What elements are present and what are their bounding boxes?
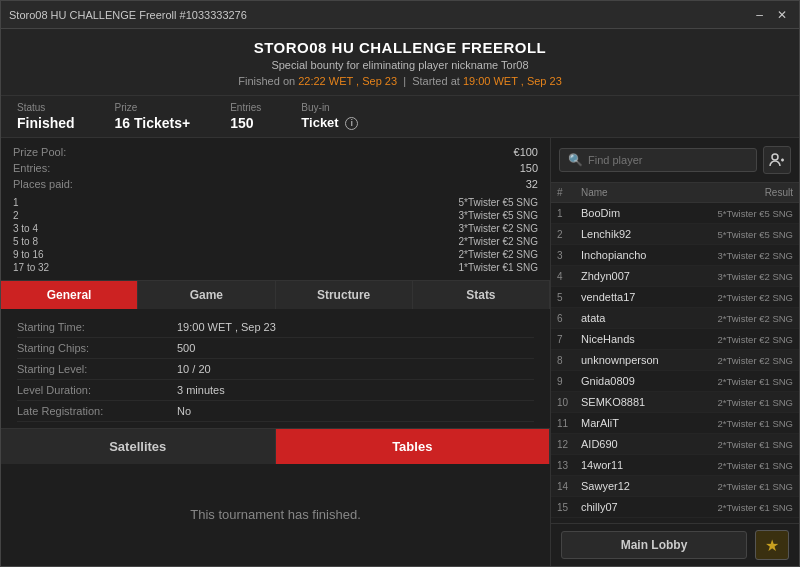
general-row: Level Duration:3 minutes: [17, 380, 534, 401]
tournament-subtitle: Special bounty for eliminating player ni…: [1, 59, 799, 71]
list-item[interactable]: 9Gnida08092*Twister €1 SNG: [551, 371, 799, 392]
place-row: 5 to 82*Twister €2 SNG: [13, 235, 538, 248]
player-name: Inchopiancho: [581, 249, 683, 261]
player-num: 4: [557, 271, 581, 282]
player-num: 10: [557, 397, 581, 408]
info-icon[interactable]: i: [345, 117, 358, 130]
list-item[interactable]: 6atata2*Twister €2 SNG: [551, 308, 799, 329]
add-player-button[interactable]: [763, 146, 791, 174]
search-input-wrap[interactable]: 🔍: [559, 148, 757, 172]
main-window: Storo08 HU CHALLENGE Freeroll #103333327…: [0, 0, 800, 567]
satellites-button[interactable]: Satellites: [1, 429, 276, 464]
status-value: Finished: [17, 115, 75, 131]
player-name: AID690: [581, 438, 683, 450]
entries-row: Entries: 150: [13, 160, 538, 176]
player-num: 12: [557, 439, 581, 450]
tab-game[interactable]: Game: [138, 281, 275, 309]
prize-info-panel: Prize Pool: €100 Entries: 150 Places pai…: [1, 138, 550, 281]
search-bar: 🔍: [551, 138, 799, 183]
col-name-header: Name: [581, 187, 683, 198]
status-info: Status Finished: [17, 102, 75, 131]
list-item[interactable]: 1BooDim5*Twister €5 SNG: [551, 203, 799, 224]
place-row: 9 to 162*Twister €2 SNG: [13, 248, 538, 261]
list-item[interactable]: 5vendetta172*Twister €2 SNG: [551, 287, 799, 308]
player-num: 11: [557, 418, 581, 429]
player-num: 3: [557, 250, 581, 261]
player-name: Gnida0809: [581, 375, 683, 387]
places-value: 32: [526, 178, 538, 190]
tab-structure[interactable]: Structure: [276, 281, 413, 309]
tournament-times: Finished on 22:22 WET , Sep 23 | Started…: [1, 75, 799, 87]
svg-point-0: [772, 154, 778, 160]
list-item[interactable]: 8unknownperson2*Twister €2 SNG: [551, 350, 799, 371]
tab-stats[interactable]: Stats: [413, 281, 550, 309]
prize-pool-label: Prize Pool:: [13, 146, 66, 158]
entries-pl-value: 150: [520, 162, 538, 174]
favorite-button[interactable]: ★: [755, 530, 789, 560]
player-name: vendetta17: [581, 291, 683, 303]
list-item[interactable]: 7NiceHands2*Twister €2 SNG: [551, 329, 799, 350]
minimize-button[interactable]: –: [752, 8, 767, 22]
player-result: 5*Twister €5 SNG: [683, 208, 793, 219]
player-num: 7: [557, 334, 581, 345]
list-item[interactable]: 2Lenchik925*Twister €5 SNG: [551, 224, 799, 245]
col-num-header: #: [557, 187, 581, 198]
list-item[interactable]: 10SEMKO88812*Twister €1 SNG: [551, 392, 799, 413]
star-icon: ★: [765, 536, 779, 555]
list-item[interactable]: 14Sawyer122*Twister €1 SNG: [551, 476, 799, 497]
place-prize: 3*Twister €5 SNG: [459, 210, 538, 221]
general-row-label: Starting Time:: [17, 321, 177, 333]
player-num: 6: [557, 313, 581, 324]
place-range: 9 to 16: [13, 249, 44, 260]
place-row: 23*Twister €5 SNG: [13, 209, 538, 222]
window-controls: – ✕: [752, 8, 791, 22]
buyin-value: Ticket i: [301, 115, 358, 130]
close-button[interactable]: ✕: [773, 8, 791, 22]
title-bar: Storo08 HU CHALLENGE Freeroll #103333327…: [1, 1, 799, 29]
started-time: 19:00 WET , Sep 23: [463, 75, 562, 87]
general-row-value: 10 / 20: [177, 363, 211, 375]
list-item[interactable]: 11MarAliT2*Twister €1 SNG: [551, 413, 799, 434]
tab-general[interactable]: General: [1, 281, 138, 309]
player-result: 2*Twister €2 SNG: [683, 355, 793, 366]
main-content: Prize Pool: €100 Entries: 150 Places pai…: [1, 138, 799, 566]
player-result: 2*Twister €2 SNG: [683, 292, 793, 303]
finished-time: 22:22 WET , Sep 23: [298, 75, 397, 87]
place-range: 5 to 8: [13, 236, 38, 247]
place-prize: 3*Twister €2 SNG: [459, 223, 538, 234]
player-result: 3*Twister €2 SNG: [683, 271, 793, 282]
list-item[interactable]: 3Inchopiancho3*Twister €2 SNG: [551, 245, 799, 266]
player-name: 14wor11: [581, 459, 683, 471]
general-row-label: Starting Level:: [17, 363, 177, 375]
list-item[interactable]: 1314wor112*Twister €1 SNG: [551, 455, 799, 476]
places-label: Places paid:: [13, 178, 73, 190]
bottom-buttons: Satellites Tables: [1, 428, 550, 464]
search-input[interactable]: [588, 154, 748, 166]
player-result: 3*Twister €2 SNG: [683, 250, 793, 261]
general-row-label: Starting Chips:: [17, 342, 177, 354]
player-num: 14: [557, 481, 581, 492]
list-item[interactable]: 4Zhdyn0073*Twister €2 SNG: [551, 266, 799, 287]
place-prize: 2*Twister €2 SNG: [459, 249, 538, 260]
player-name: NiceHands: [581, 333, 683, 345]
player-name: atata: [581, 312, 683, 324]
search-icon: 🔍: [568, 153, 583, 167]
list-item[interactable]: 15chilly072*Twister €1 SNG: [551, 497, 799, 518]
finished-message: This tournament has finished.: [1, 464, 550, 567]
entries-label: Entries: [230, 102, 261, 113]
general-row-value: No: [177, 405, 191, 417]
prize-pool-value: €100: [514, 146, 538, 158]
tournament-title: STORO08 HU CHALLENGE FREEROLL: [1, 39, 799, 56]
tables-button[interactable]: Tables: [276, 429, 551, 464]
general-content: Starting Time:19:00 WET , Sep 23Starting…: [1, 309, 550, 428]
list-item[interactable]: 12AID6902*Twister €1 SNG: [551, 434, 799, 455]
prize-places-list: 15*Twister €5 SNG23*Twister €5 SNG3 to 4…: [13, 196, 538, 274]
place-row: 15*Twister €5 SNG: [13, 196, 538, 209]
entries-info: Entries 150: [230, 102, 261, 131]
player-name: Lenchik92: [581, 228, 683, 240]
lobby-bar: Main Lobby ★: [551, 523, 799, 566]
left-panel: Prize Pool: €100 Entries: 150 Places pai…: [1, 138, 551, 566]
player-name: chilly07: [581, 501, 683, 513]
status-label: Status: [17, 102, 75, 113]
main-lobby-button[interactable]: Main Lobby: [561, 531, 747, 559]
